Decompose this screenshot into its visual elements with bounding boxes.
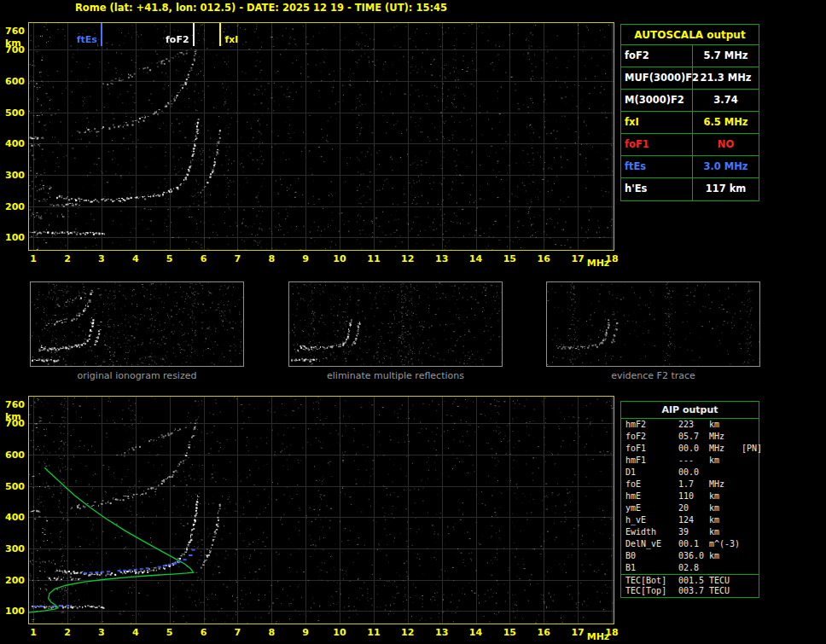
aip-table-title: AIP output	[621, 402, 759, 419]
profile-ionogram-plot: 760700600500400300200100km 1234567891011…	[28, 396, 614, 624]
aip-extra	[742, 586, 759, 596]
aip-name: Ewidth	[625, 526, 678, 538]
x-tick-label: 5	[160, 627, 179, 638]
x-tick-label: 2	[58, 253, 77, 264]
x-tick-label: 16	[534, 253, 553, 264]
aip-name: TEC[Bot]	[625, 576, 678, 586]
panel-caption: original ionogram resized	[30, 370, 244, 381]
autoscala-output-table: AUTOSCALA output foF25.7 MHzMUF(3000)F22…	[620, 24, 759, 201]
evidence-f2-trace-canvas	[547, 282, 759, 366]
autoscala-row: MUF(3000)F221.3 MHz	[621, 67, 759, 90]
autoscala-table-title: AUTOSCALA output	[621, 25, 759, 45]
y-tick-label: 500	[5, 107, 27, 119]
aip-value: 110	[678, 490, 709, 502]
autoscala-param-value: 3.0 MHz	[693, 156, 759, 177]
aip-row: B102.8	[621, 562, 759, 574]
panel-eliminate-multiples	[288, 281, 503, 367]
aip-row: hmF1---km	[621, 455, 759, 467]
autoscala-param-label: foF2	[621, 45, 693, 67]
autoscala-row: h'Es117 km	[621, 178, 759, 200]
autoscala-row: fxI6.5 MHz	[621, 112, 759, 134]
y-tick-label: 200	[5, 201, 27, 212]
profile-y-axis: 760700600500400300200100km	[3, 397, 27, 624]
aip-value: 1.7	[678, 479, 709, 490]
x-tick-label: 3	[92, 627, 111, 638]
y-tick-label: 500	[5, 481, 27, 492]
aip-unit: MHz	[709, 443, 742, 455]
y-tick-label: 400	[5, 138, 27, 149]
x-tick-label: 17	[568, 253, 587, 264]
autoscala-param-value: 3.74	[693, 90, 759, 111]
aip-value: ---	[678, 455, 709, 467]
y-axis-unit-label: km	[5, 411, 27, 422]
aip-unit: km	[709, 550, 742, 562]
aip-name: hmF1	[625, 455, 678, 467]
profile-x-axis: 123456789101112131415161718MHz	[29, 627, 614, 644]
aip-name: DelN_vE	[625, 538, 678, 550]
panel-evidence-f2-trace	[546, 281, 760, 367]
aip-row: TEC[Bot]001.5TECU	[621, 576, 759, 586]
x-tick-label: 17	[568, 627, 587, 638]
x-tick-label: 9	[296, 627, 315, 638]
aip-extra	[742, 490, 759, 502]
aip-unit: km	[709, 514, 742, 526]
autoscala-table-body: foF25.7 MHzMUF(3000)F221.3 MHzM(3000)F23…	[621, 45, 759, 200]
x-tick-label: 6	[195, 253, 213, 264]
station-date-title: Rome (lat: +41.8, lon: 012.5) - DATE: 20…	[75, 2, 447, 14]
aip-row: foF100.0MHz[PN]	[621, 443, 759, 455]
x-tick-label: 15	[500, 627, 519, 638]
autoscala-row: M(3000)F23.74	[621, 90, 759, 112]
x-tick-label: 3	[92, 253, 111, 264]
x-tick-label: 1	[24, 627, 43, 638]
x-tick-label: 4	[126, 253, 145, 264]
aip-row: h_vE124km	[621, 514, 759, 526]
aip-name: B1	[625, 562, 678, 574]
autoscala-param-value: 5.7 MHz	[693, 45, 759, 67]
x-tick-label: 10	[330, 253, 349, 264]
aip-extra	[742, 514, 759, 526]
eliminate-multiples-canvas	[289, 282, 502, 366]
aip-unit	[709, 562, 742, 574]
aip-unit: km	[709, 419, 742, 431]
aip-unit: MHz	[709, 479, 742, 490]
ionogram-x-axis: 123456789101112131415161718MHz	[29, 253, 614, 270]
aip-extra	[742, 455, 759, 467]
aip-value: 05.7	[678, 431, 709, 443]
y-tick-label: 760	[5, 26, 27, 37]
aip-extra: [PN]	[742, 443, 762, 455]
aip-extra	[742, 576, 759, 586]
panel-caption: evidence F2 trace	[546, 370, 760, 381]
autoscala-row: ftEs3.0 MHz	[621, 156, 759, 178]
y-tick-label: 100	[5, 606, 27, 617]
y-tick-label: 600	[5, 450, 27, 461]
aip-row: hmF2223km	[621, 419, 759, 431]
autoscala-param-value: 117 km	[693, 178, 759, 200]
x-tick-label: 9	[296, 253, 315, 264]
aip-row: foE1.7MHz	[621, 479, 759, 490]
aip-name: foF2	[625, 431, 678, 443]
aip-tec-section: TEC[Bot]001.5TECUTEC[Top]003.7TECU	[621, 574, 759, 597]
y-tick-label: 200	[5, 575, 27, 586]
aip-extra	[742, 538, 759, 550]
y-tick-label: 100	[5, 232, 27, 243]
x-tick-label: 11	[364, 627, 383, 638]
aip-value: 00.0	[678, 443, 709, 455]
ionogram-plot: 760700600500400300200100km 1234567891011…	[28, 22, 614, 251]
aip-unit	[709, 467, 742, 479]
y-tick-label: 600	[5, 76, 27, 87]
aip-unit: km	[709, 490, 742, 502]
aip-row: D100.0	[621, 467, 759, 479]
aip-extra	[742, 562, 759, 574]
aip-extra	[742, 550, 759, 562]
autoscala-param-label: fxI	[621, 112, 693, 133]
aip-unit: km	[709, 526, 742, 538]
aip-value: 036.0	[678, 550, 709, 562]
autoscala-param-value: 6.5 MHz	[693, 112, 759, 133]
autoscala-param-label: h'Es	[621, 178, 693, 200]
autoscala-param-value: NO	[693, 134, 759, 155]
aip-extra	[742, 526, 759, 538]
x-tick-label: 13	[433, 627, 451, 638]
x-tick-label: 7	[228, 627, 247, 638]
aip-value: 39	[678, 526, 709, 538]
y-tick-label: 400	[5, 512, 27, 523]
